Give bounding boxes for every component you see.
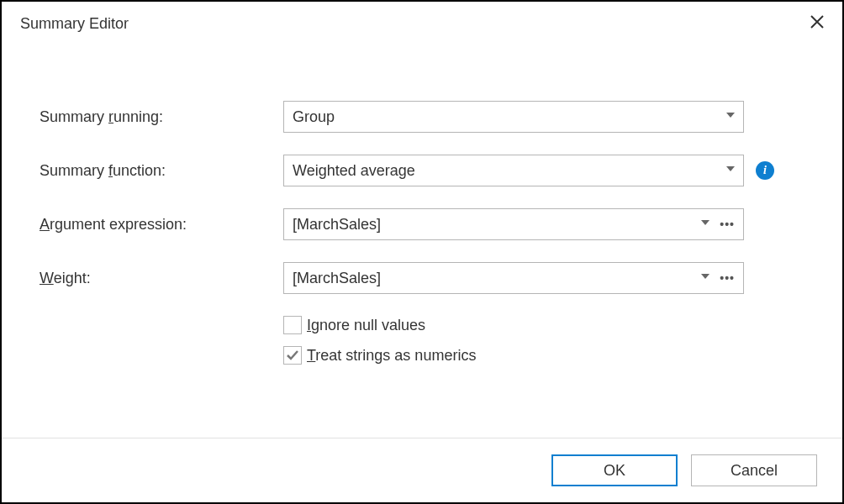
summary-running-row: Summary running: Group [35,101,809,133]
close-icon [810,14,825,34]
summary-running-value: Group [293,108,335,126]
weight-label: Weight: [35,270,283,287]
content-area: Summary running: Group Summary function:… [2,42,842,438]
info-icon[interactable]: i [756,161,774,180]
ellipsis-icon[interactable]: ••• [720,272,735,284]
checkbox-group: Ignore null values Treat strings as nume… [35,316,809,376]
ellipsis-icon[interactable]: ••• [720,218,735,230]
weight-row: Weight: [MarchSales] ••• [35,262,809,294]
argument-expression-row: Argument expression: [MarchSales] ••• [35,208,809,240]
weight-input[interactable]: [MarchSales] ••• [283,262,744,294]
argument-expression-value: [MarchSales] [293,216,381,234]
chevron-down-icon [726,166,735,175]
titlebar: Summary Editor [2,2,842,42]
treat-strings-row: Treat strings as numerics [283,346,476,365]
ok-button[interactable]: OK [551,454,678,486]
dialog-title: Summary Editor [20,15,129,33]
summary-function-value: Weighted average [293,162,415,180]
summary-function-label: Summary function: [35,162,283,180]
ignore-null-row: Ignore null values [283,316,425,334]
ignore-null-label: Ignore null values [307,317,425,334]
treat-strings-checkbox[interactable] [283,346,302,365]
close-button[interactable] [805,12,829,35]
chevron-down-icon [726,113,735,121]
footer: OK Cancel [2,438,842,502]
ignore-null-checkbox[interactable] [283,316,302,334]
argument-expression-input[interactable]: [MarchSales] ••• [283,208,744,240]
summary-running-label: Summary running: [35,108,283,126]
summary-editor-dialog: Summary Editor Summary running: Group [0,0,844,504]
cancel-button[interactable]: Cancel [691,454,817,486]
chevron-down-icon [701,220,709,228]
weight-value: [MarchSales] [293,270,381,287]
summary-function-select[interactable]: Weighted average [283,155,744,186]
argument-expression-label: Argument expression: [35,216,283,234]
treat-strings-label: Treat strings as numerics [307,347,476,365]
chevron-down-icon [701,274,709,282]
summary-running-select[interactable]: Group [283,101,744,133]
summary-function-row: Summary function: Weighted average i [35,155,809,186]
